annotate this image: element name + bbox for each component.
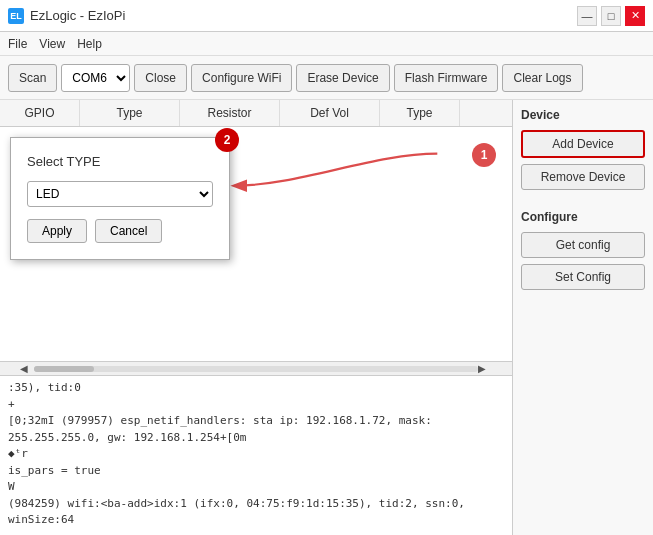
menu-file[interactable]: File xyxy=(8,37,27,51)
menu-help[interactable]: Help xyxy=(77,37,102,51)
toolbar: Scan COM6 Close Configure WiFi Erase Dev… xyxy=(0,56,653,100)
device-section-label: Device xyxy=(521,108,645,122)
log-line: is_pars = true xyxy=(8,463,504,480)
scroll-right-arrow[interactable]: ▶ xyxy=(478,362,492,376)
set-config-button[interactable]: Set Config xyxy=(521,264,645,290)
log-line: [0;32mI (979957) esp_netif_handlers: sta… xyxy=(8,413,504,446)
table-body: 2 Select TYPE LED Apply Cancel 1 xyxy=(0,127,512,361)
maximize-button[interactable]: □ xyxy=(601,6,621,26)
badge-2: 2 xyxy=(215,128,239,152)
main-layout: GPIO Type Resistor Def Vol Type xyxy=(0,100,653,535)
erase-device-button[interactable]: Erase Device xyxy=(296,64,389,92)
col-resistor: Resistor xyxy=(180,100,280,126)
select-type-dialog: 2 Select TYPE LED Apply Cancel xyxy=(10,137,230,260)
com-port-select[interactable]: COM6 xyxy=(61,64,130,92)
dialog-title: Select TYPE xyxy=(27,154,213,169)
log-area[interactable]: :35), tid:0+[0;32mI (979957) esp_netif_h… xyxy=(0,375,512,535)
menu-view[interactable]: View xyxy=(39,37,65,51)
cancel-button[interactable]: Cancel xyxy=(95,219,162,243)
scroll-thumb[interactable] xyxy=(34,366,94,372)
log-line: + xyxy=(8,397,504,414)
scroll-track[interactable] xyxy=(34,366,478,372)
log-line: :35), tid:0 xyxy=(8,380,504,397)
right-panel: Device Add Device Remove Device Configur… xyxy=(513,100,653,535)
horizontal-scrollbar[interactable]: ◀ ▶ xyxy=(0,361,512,375)
type-select[interactable]: LED xyxy=(27,181,213,207)
close-window-button[interactable]: ✕ xyxy=(625,6,645,26)
apply-button[interactable]: Apply xyxy=(27,219,87,243)
col-gpio: GPIO xyxy=(0,100,80,126)
scroll-left-arrow[interactable]: ◀ xyxy=(20,362,34,376)
col-def-vol: Def Vol xyxy=(280,100,380,126)
flash-firmware-button[interactable]: Flash Firmware xyxy=(394,64,499,92)
table-header: GPIO Type Resistor Def Vol Type xyxy=(0,100,512,127)
app-title: EzLogic - EzIoPi xyxy=(30,8,125,23)
title-bar-left: EL EzLogic - EzIoPi xyxy=(8,8,125,24)
title-bar: EL EzLogic - EzIoPi — □ ✕ xyxy=(0,0,653,32)
scan-button[interactable]: Scan xyxy=(8,64,57,92)
add-device-button[interactable]: Add Device xyxy=(521,130,645,158)
menu-bar: File View Help xyxy=(0,32,653,56)
log-line: (984259) wifi:<ba-add>idx:1 (ifx:0, 04:7… xyxy=(8,496,504,529)
modal-overlay: 2 Select TYPE LED Apply Cancel xyxy=(0,127,512,361)
minimize-button[interactable]: — xyxy=(577,6,597,26)
configure-section-label: Configure xyxy=(521,210,645,224)
remove-device-button[interactable]: Remove Device xyxy=(521,164,645,190)
left-panel: GPIO Type Resistor Def Vol Type xyxy=(0,100,513,535)
close-button[interactable]: Close xyxy=(134,64,187,92)
col-type2: Type xyxy=(380,100,460,126)
dialog-buttons: Apply Cancel xyxy=(27,219,213,243)
log-line: W xyxy=(8,479,504,496)
log-line: ◆ᵗr xyxy=(8,446,504,463)
window-controls: — □ ✕ xyxy=(577,6,645,26)
app-icon: EL xyxy=(8,8,24,24)
configure-wifi-button[interactable]: Configure WiFi xyxy=(191,64,292,92)
get-config-button[interactable]: Get config xyxy=(521,232,645,258)
col-type: Type xyxy=(80,100,180,126)
clear-logs-button[interactable]: Clear Logs xyxy=(502,64,582,92)
